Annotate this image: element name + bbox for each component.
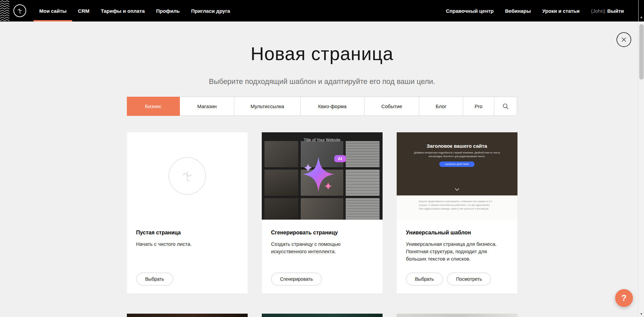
template-cta-button: ЦЕЛЕВОЕ ДЕЙСТВИЕ xyxy=(439,162,475,167)
scrollbar-header-cap: ▲ xyxy=(639,0,644,21)
tilda-logo[interactable] xyxy=(13,4,26,17)
scrollbar[interactable]: ▲ ▼ xyxy=(638,0,644,317)
close-icon xyxy=(621,37,627,42)
universal-template-preview: Заголовок вашего сайта Добавьте интересн… xyxy=(397,132,517,220)
logout-link[interactable]: Выйти xyxy=(605,0,624,21)
choose-blank-button[interactable]: Выбрать xyxy=(136,273,173,285)
ai-preview: Title of Your Website xyxy=(262,132,383,220)
ai-badge: AI xyxy=(334,155,346,162)
nav-lessons[interactable]: Уроки и статьи xyxy=(537,0,585,21)
template-hero-title: Заголовок вашего сайта xyxy=(397,132,517,149)
template-card-partial[interactable] xyxy=(397,314,517,317)
card-description: Универсальная страница для бизнеса. Поня… xyxy=(406,240,508,262)
scrollbar-down-arrow[interactable]: ▼ xyxy=(639,312,644,316)
page-subtitle: Выберите подходящий шаблон и адаптируйте… xyxy=(0,77,644,86)
chevron-down-icon xyxy=(455,186,459,192)
tab-multilink[interactable]: Мультиссылка xyxy=(234,97,300,116)
scrollbar-up-arrow[interactable]: ▲ xyxy=(639,15,644,19)
card-description: Создать страницу с помощью искусственног… xyxy=(271,240,373,255)
preview-site-title: Title of Your Website xyxy=(262,138,383,142)
scrollbar-thumb[interactable] xyxy=(639,24,644,80)
new-page-screen: Мои сайты CRM Тарифы и оплата Профиль Пр… xyxy=(0,0,644,317)
nav-profile[interactable]: Профиль xyxy=(150,0,185,21)
template-card-partial[interactable] xyxy=(127,314,248,317)
nav-pricing[interactable]: Тарифы и оплата xyxy=(95,0,150,21)
tab-store[interactable]: Магазин xyxy=(180,97,234,116)
close-button[interactable] xyxy=(616,32,631,47)
tab-event[interactable]: Событие xyxy=(364,97,419,116)
zigzag-pattern xyxy=(0,0,9,21)
generate-button[interactable]: Сгенерировать xyxy=(271,273,322,285)
nav-help-center[interactable]: Справочный центр xyxy=(440,0,499,21)
tilda-glyph-icon xyxy=(16,7,23,14)
card-title: Сгенерировать страницу xyxy=(271,230,373,236)
nav-invite-friend[interactable]: Пригласи друга xyxy=(185,0,236,21)
card-title: Универсальный шаблон xyxy=(406,230,508,236)
nav-webinars[interactable]: Вебинары xyxy=(499,0,537,21)
tilda-watermark-icon xyxy=(168,157,206,195)
view-universal-button[interactable]: Посмотреть xyxy=(447,273,491,285)
blank-page-preview xyxy=(127,132,248,220)
user-name: (John) xyxy=(585,0,605,21)
template-grid: Пустая страница Начать с чистого листа. … xyxy=(127,132,517,293)
help-button[interactable]: ? xyxy=(615,289,633,307)
template-body-text: Коротко представьтесь и расскажите о ком… xyxy=(397,195,517,220)
tab-quiz-form[interactable]: Квиз-форма xyxy=(300,97,364,116)
template-hero-subtitle: Добавьте интересные подробности о вашей … xyxy=(413,151,500,158)
tab-blog[interactable]: Блог xyxy=(419,97,463,116)
page-title: Новая страница xyxy=(0,43,644,64)
template-card-partial[interactable] xyxy=(262,314,383,317)
secondary-nav: Справочный центр Вебинары Уроки и статьи… xyxy=(440,0,624,21)
tab-pro[interactable]: Pro xyxy=(463,97,494,116)
search-icon xyxy=(502,103,509,109)
nav-my-sites[interactable]: Мои сайты xyxy=(34,0,72,21)
tab-business[interactable]: Бизнес xyxy=(127,97,180,116)
template-category-tabs: Бизнес Магазин Мультиссылка Квиз-форма С… xyxy=(127,97,517,116)
card-blank-page[interactable]: Пустая страница Начать с чистого листа. … xyxy=(127,132,248,293)
nav-crm[interactable]: CRM xyxy=(72,0,95,21)
card-ai-generate[interactable]: Title of Your Website xyxy=(262,132,383,293)
main-nav: Мои сайты CRM Тарифы и оплата Профиль Пр… xyxy=(34,0,236,21)
card-description: Начать с чистого листа. xyxy=(136,240,238,248)
next-row-partial xyxy=(127,314,517,317)
top-nav-bar: Мои сайты CRM Тарифы и оплата Профиль Пр… xyxy=(0,0,644,21)
card-universal-template[interactable]: Заголовок вашего сайта Добавьте интересн… xyxy=(397,132,517,293)
choose-universal-button[interactable]: Выбрать xyxy=(406,273,443,285)
template-hero: Заголовок вашего сайта Добавьте интересн… xyxy=(397,132,517,195)
card-title: Пустая страница xyxy=(136,230,238,236)
tab-search[interactable] xyxy=(494,97,517,116)
